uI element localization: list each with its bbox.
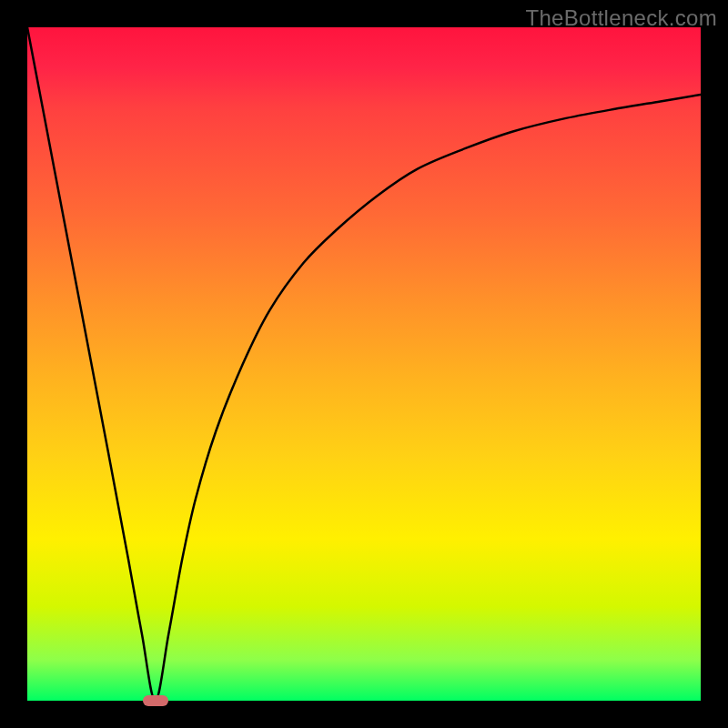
minimum-marker [143,695,168,706]
curve-svg [27,27,701,701]
plot-area [27,27,701,701]
chart-frame: TheBottleneck.com [0,0,728,728]
bottleneck-curve-path [27,27,701,701]
